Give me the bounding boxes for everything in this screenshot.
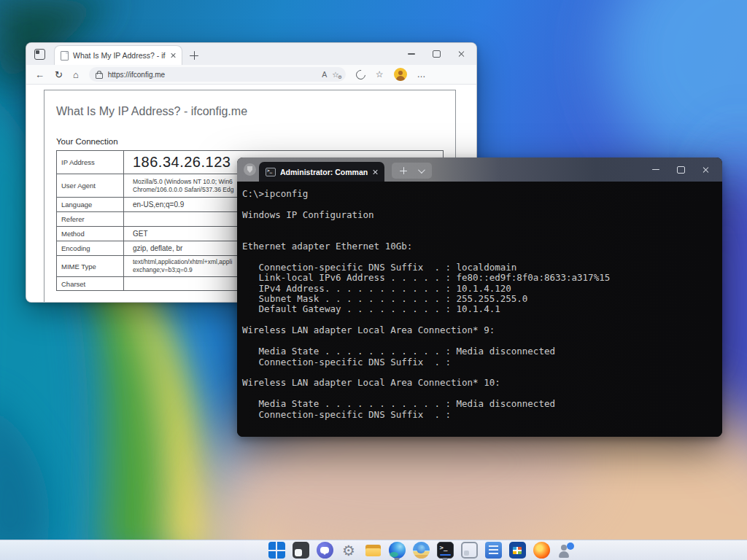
row-label: Method (57, 227, 124, 241)
notepad-icon[interactable] (484, 540, 502, 560)
terminal-line (242, 389, 722, 399)
page-favicon-icon (61, 51, 69, 61)
edge-beta-icon[interactable] (412, 540, 430, 560)
terminal-minimize-button[interactable] (643, 158, 668, 182)
settings-icon[interactable] (340, 540, 357, 560)
snipping-icon[interactable] (460, 540, 478, 560)
minimize-button[interactable] (399, 43, 424, 65)
edge-icon[interactable] (388, 540, 406, 560)
terminal-line (242, 252, 722, 262)
terminal-tab-close-icon[interactable] (372, 169, 378, 175)
terminal-maximize-button[interactable] (668, 158, 693, 182)
terminal-line: Ethernet adapter Ethernet 10Gb: (242, 241, 722, 252)
terminal-tab-title: Administrator: Command Pro (280, 168, 368, 176)
lock-icon (96, 73, 103, 79)
back-icon[interactable]: ← (35, 70, 44, 79)
page-title: What Is My IP Address? - ifconfig.me (56, 105, 444, 118)
browser-window-controls (399, 43, 473, 65)
command-prompt-icon (266, 168, 276, 176)
terminal-line: Media State . . . . . . . . . . . : Medi… (242, 346, 722, 357)
row-label: Language (57, 198, 124, 211)
close-button[interactable] (449, 43, 473, 65)
home-icon[interactable]: ⌂ (73, 70, 79, 79)
terminal-line: Media State . . . . . . . . . . . : Medi… (242, 399, 722, 409)
taskbar (0, 540, 747, 560)
open-app-indicator (395, 558, 400, 560)
terminal-line: Subnet Mask . . . . . . . . . . . : 255.… (242, 294, 722, 304)
terminal-line (242, 231, 722, 241)
terminal-line: Wireless LAN adapter Local Area Connecti… (242, 378, 722, 388)
terminal-line (242, 315, 722, 325)
browser-tab[interactable]: What Is My IP Address? - ifconf (54, 45, 182, 65)
tab-actions-icon[interactable] (34, 49, 45, 60)
firefox-icon[interactable] (533, 540, 550, 560)
chat-icon[interactable] (316, 540, 333, 560)
terminal-tab[interactable]: Administrator: Command Pro (259, 162, 384, 182)
tab-close-icon[interactable] (170, 52, 176, 58)
file-explorer-icon[interactable] (364, 540, 382, 560)
browser-toolbar: ← ↻ ⌂ https://ifconfig.me A ☆ ☆ … (26, 65, 476, 85)
browser-titlebar: What Is My IP Address? - ifconf (26, 43, 476, 65)
add-favorite-icon[interactable]: ☆ (332, 70, 338, 79)
start-icon[interactable] (268, 540, 285, 560)
terminal-line: C:\>ipconfig (242, 189, 722, 199)
terminal-tab-actions (392, 163, 432, 179)
profile-avatar[interactable] (394, 68, 407, 81)
terminal-line: Wireless LAN adapter Local Area Connecti… (242, 325, 722, 335)
terminal-line (242, 368, 722, 378)
admin-shield-icon (244, 163, 256, 176)
open-app-indicator (443, 558, 448, 560)
terminal-dropdown-icon[interactable] (418, 166, 425, 174)
terminal-app-icon[interactable] (436, 540, 454, 560)
terminal-window: Administrator: Command Pro C:\>ipconfig … (237, 158, 722, 437)
terminal-titlebar: Administrator: Command Pro (237, 158, 722, 182)
assist-icon[interactable] (557, 540, 574, 560)
terminal-line: Connection-specific DNS Suffix . : (242, 410, 722, 420)
terminal-line: Default Gateway . . . . . . . . . : 10.1… (242, 304, 722, 314)
terminal-line: Link-local IPv6 Address . . . . . : fe80… (242, 273, 722, 283)
terminal-line (242, 336, 722, 346)
section-title: Your Connection (56, 137, 444, 146)
new-tab-icon[interactable] (190, 51, 198, 60)
more-options-icon[interactable]: … (417, 69, 427, 79)
maximize-button[interactable] (424, 43, 449, 65)
address-bar[interactable]: https://ifconfig.me A ☆ (89, 67, 346, 82)
store-icon[interactable] (508, 540, 526, 560)
desktop: What Is My IP Address? - ifconf ← ↻ ⌂ ht… (0, 0, 747, 560)
terminal-line (242, 199, 722, 209)
url-text[interactable]: https://ifconfig.me (108, 71, 317, 79)
favorites-bar-icon[interactable]: ☆ (376, 70, 384, 79)
terminal-line: Windows IP Configuration (242, 210, 722, 220)
browser-tab-title: What Is My IP Address? - ifconf (73, 51, 166, 60)
terminal-line (242, 220, 722, 230)
row-label: Encoding (57, 241, 124, 255)
task-view-icon[interactable] (292, 540, 309, 560)
collections-icon[interactable] (354, 68, 367, 81)
terminal-window-controls (643, 158, 718, 182)
row-label: IP Address (57, 151, 124, 174)
refresh-icon[interactable]: ↻ (55, 70, 63, 79)
terminal-close-button[interactable] (693, 158, 718, 182)
terminal-output: C:\>ipconfig Windows IP Configuration Et… (237, 182, 722, 437)
row-label: User Agent (57, 174, 124, 197)
read-aloud-icon[interactable]: A (322, 70, 327, 79)
row-label: Charset (57, 277, 124, 290)
row-label: MIME Type (57, 256, 124, 276)
terminal-line: Connection-specific DNS Suffix . : (242, 357, 722, 368)
terminal-new-tab-icon[interactable] (400, 167, 407, 174)
terminal-line: IPv4 Address. . . . . . . . . . . : 10.1… (242, 284, 722, 294)
terminal-line: Connection-specific DNS Suffix . : local… (242, 262, 722, 273)
row-label: Referer (57, 212, 124, 226)
taskbar-icons (268, 540, 574, 560)
